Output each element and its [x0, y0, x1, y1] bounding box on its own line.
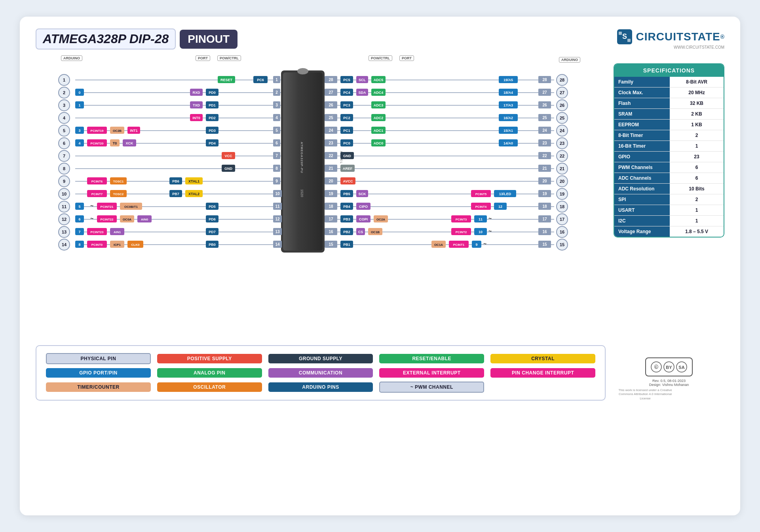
svg-text:15: 15: [560, 242, 564, 247]
svg-text:AVCC: AVCC: [343, 179, 353, 183]
svg-text:PCINT6: PCINT6: [91, 180, 103, 183]
svg-text:9: 9: [276, 179, 278, 183]
svg-text:22: 22: [560, 154, 564, 158]
svg-text:4: 4: [78, 141, 80, 145]
svg-text:17: 17: [560, 217, 564, 222]
svg-text:19: 19: [542, 192, 547, 196]
svg-text:27: 27: [542, 90, 547, 95]
specs-row-voltage: Voltage Range 1.8 – 5.5 V: [614, 226, 724, 237]
svg-text:~: ~: [488, 228, 492, 234]
svg-text:27: 27: [560, 90, 564, 95]
svg-text:GND: GND: [224, 167, 233, 171]
svg-text:21: 21: [542, 166, 547, 171]
svg-text:13/LED: 13/LED: [499, 192, 511, 196]
svg-text:ADC2: ADC2: [374, 116, 384, 120]
svg-text:PCINT1: PCINT1: [453, 243, 465, 247]
specs-row-usart: USART 1: [614, 205, 724, 216]
legend-crystal: CRYSTAL: [490, 353, 595, 364]
svg-text:BY: BY: [666, 365, 672, 370]
svg-text:PB6: PB6: [172, 179, 179, 183]
cc-icons-box: © BY SA: [645, 357, 693, 376]
svg-text:9: 9: [475, 243, 477, 247]
specs-value-flash: 32 KB: [670, 98, 724, 108]
specs-label-voltage: Voltage Range: [614, 226, 670, 237]
svg-text:AREF: AREF: [343, 167, 353, 171]
svg-text:OC2B: OC2B: [113, 129, 122, 133]
svg-text:PC4: PC4: [343, 91, 350, 95]
port-powctrl-labels-left: PORT POW/CTRL: [194, 55, 243, 61]
svg-text:PCINT7: PCINT7: [91, 192, 103, 196]
svg-text:24: 24: [560, 128, 565, 133]
svg-text:COPI: COPI: [359, 217, 368, 221]
svg-text:PD2: PD2: [209, 116, 216, 120]
svg-text:1: 1: [63, 78, 65, 82]
legend-badge-physical: PHYSICAL PIN: [46, 353, 151, 364]
svg-text:ADC5: ADC5: [374, 78, 384, 82]
svg-text:PC5: PC5: [343, 78, 350, 82]
svg-text:~: ~: [90, 203, 93, 209]
specs-row-family: Family 8-Bit AVR: [614, 77, 724, 87]
specs-label-flash: Flash: [614, 98, 670, 108]
svg-text:15: 15: [329, 242, 333, 247]
svg-text:25: 25: [329, 116, 333, 120]
svg-rect-3: [627, 39, 631, 42]
svg-text:PCINT2: PCINT2: [456, 230, 467, 234]
svg-text:8: 8: [78, 243, 80, 247]
svg-text:TXD: TXD: [193, 103, 200, 107]
title-box: ATMEGA328P DIP-28 PINOUT: [36, 28, 238, 49]
svg-text:SA: SA: [678, 365, 684, 370]
svg-text:©: ©: [654, 364, 659, 370]
svg-text:20: 20: [560, 179, 564, 184]
legend-ext-interrupt: EXTERNAL INTERRUPT: [379, 368, 484, 378]
specs-value-adc-ch: 6: [670, 173, 724, 183]
svg-rect-2: [619, 32, 622, 35]
svg-text:23: 23: [560, 141, 564, 146]
svg-text:PCINT0: PCINT0: [91, 243, 103, 247]
pinout-diagram: ARDUINO PORT POW/CTRL POW/CTRL PORT ARDU…: [36, 55, 606, 401]
right-panel: SPECIFICATIONS Family 8-Bit AVR Clock Ma…: [614, 55, 724, 401]
specs-label-8bit: 8-Bit Timer: [614, 130, 670, 141]
powctrl-port-labels-right: POW/CTRL PORT: [367, 55, 416, 61]
svg-text:19/A5: 19/A5: [504, 78, 513, 82]
svg-text:PCINT5: PCINT5: [475, 192, 487, 196]
svg-text:1520: 1520: [300, 189, 304, 197]
svg-text:3: 3: [78, 129, 80, 133]
specs-value-i2c: 1: [670, 216, 724, 226]
svg-text:SCL: SCL: [359, 78, 366, 82]
svg-text:7: 7: [78, 230, 80, 234]
svg-text:PCINT20: PCINT20: [91, 142, 104, 145]
svg-text:INT1: INT1: [130, 129, 138, 133]
svg-text:XCK: XCK: [125, 141, 133, 145]
specs-row-clock: Clock Max. 20 MHz: [614, 87, 724, 98]
circuitstate-logo-icon: S: [616, 28, 633, 45]
svg-text:24: 24: [542, 128, 547, 133]
legend-badge-pcint: PIN CHANGE INTERRUPT: [490, 368, 595, 378]
specs-value-eeprom: 1 KB: [670, 120, 724, 130]
svg-text:6: 6: [276, 141, 278, 145]
specs-value-sram: 2 KB: [670, 109, 724, 119]
svg-text:14/A0: 14/A0: [504, 141, 513, 145]
svg-text:PD0: PD0: [209, 91, 216, 95]
svg-text:13: 13: [62, 230, 66, 234]
svg-text:26: 26: [329, 103, 333, 107]
svg-text:PD4: PD4: [209, 141, 216, 145]
specs-value-pwm: 6: [670, 162, 724, 173]
svg-text:13: 13: [275, 230, 280, 234]
svg-text:12: 12: [498, 205, 502, 209]
legend-arduino-pins: ARDUINO PINS: [268, 382, 373, 393]
svg-text:1: 1: [78, 103, 80, 107]
legend-gpio: GPIO PORT/PIN: [46, 368, 151, 378]
specs-label-adc-res: ADC Resolution: [614, 184, 670, 194]
svg-text:17: 17: [542, 217, 547, 221]
svg-text:OC1A: OC1A: [434, 243, 443, 247]
svg-text:PC1: PC1: [343, 129, 350, 133]
svg-text:CLK0: CLK0: [131, 243, 140, 247]
svg-text:PC6: PC6: [257, 78, 264, 82]
main-card: ATMEGA328P DIP-28 PINOUT S CIRCUITSTATE …: [20, 17, 740, 515]
svg-text:PB4: PB4: [343, 205, 350, 209]
specs-label-gpio: GPIO: [614, 152, 670, 162]
cc-icon: ©: [651, 361, 662, 372]
legend: PHYSICAL PIN POSITIVE SUPPLY GROUND SUPP…: [36, 345, 606, 401]
svg-text:25: 25: [560, 116, 564, 120]
design-text: Design: Vishnu Mohanan: [614, 383, 724, 387]
